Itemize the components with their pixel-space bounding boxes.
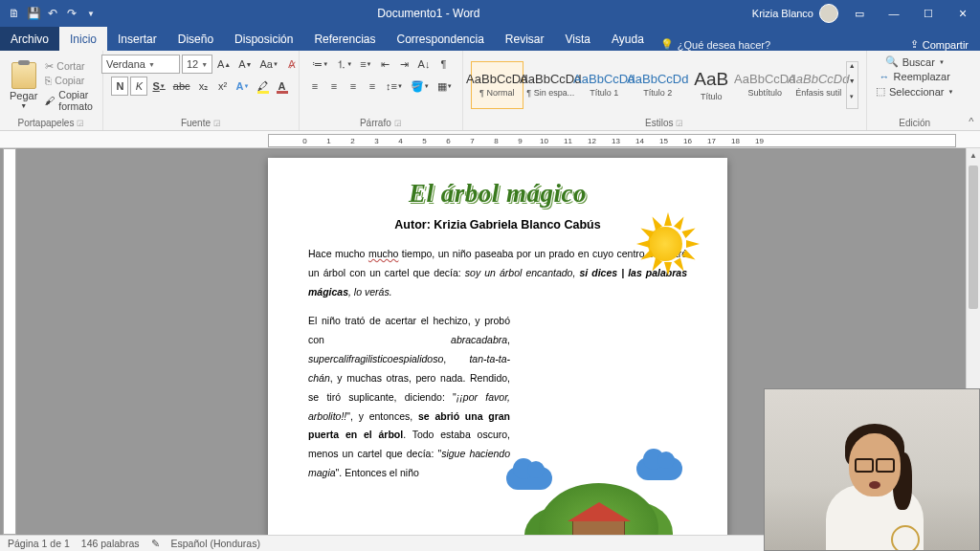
tab-references[interactable]: Referencias: [303, 27, 386, 51]
ribbon-options-icon[interactable]: ▭: [842, 0, 877, 27]
font-size-combo[interactable]: 12▼: [182, 55, 212, 74]
cut-button[interactable]: ✂Cortar: [43, 59, 95, 73]
bold-button[interactable]: N: [111, 77, 128, 96]
scrollbar-thumb[interactable]: [969, 165, 978, 309]
doc-author[interactable]: Autor: Krizia Gabriela Blanco Cabús: [308, 218, 687, 231]
ruler-vertical[interactable]: [3, 148, 16, 535]
page[interactable]: El árbol mágico Autor: Krizia Gabriela B…: [268, 158, 727, 535]
increase-indent-button[interactable]: ⇥: [396, 55, 413, 74]
paragraph-launcher-icon[interactable]: ◲: [394, 119, 402, 127]
ribbon-tabs: Archivo Inicio Insertar Diseño Disposici…: [0, 27, 980, 51]
group-editing: 🔍Buscar▼ ↔Reemplazar ⬚Seleccionar▼ Edici…: [867, 51, 963, 130]
save-icon[interactable]: 💾: [25, 5, 42, 22]
numbered-list-button[interactable]: ⒈▼: [333, 55, 355, 74]
window-buttons: ▭ — ☐ ×: [842, 0, 980, 27]
bullet-list-button[interactable]: ≔▼: [309, 55, 331, 74]
align-left-button[interactable]: ≡: [306, 77, 323, 96]
tab-insert[interactable]: Insertar: [107, 27, 167, 51]
font-family-combo[interactable]: Verdana▼: [101, 55, 180, 74]
chevron-down-icon: ▼: [148, 61, 155, 68]
format-painter-button[interactable]: 🖌Copiar formato: [43, 88, 95, 113]
tell-me[interactable]: 💡 ¿Qué desea hacer?: [660, 38, 770, 51]
styles-scroll[interactable]: ▲▼▾: [846, 61, 858, 109]
minimize-button[interactable]: —: [877, 0, 911, 27]
sun-graphic[interactable]: [632, 210, 699, 277]
italic-button[interactable]: K: [130, 77, 147, 96]
grow-font-button[interactable]: A▲: [214, 55, 234, 74]
tab-design[interactable]: Diseño: [167, 27, 224, 51]
maximize-button[interactable]: ☐: [911, 0, 946, 27]
undo-icon[interactable]: ↶: [44, 5, 61, 22]
tab-mailings[interactable]: Correspondencia: [386, 27, 494, 51]
user-account[interactable]: Krizia Blanco: [752, 4, 842, 23]
strikethrough-button[interactable]: abc: [170, 77, 193, 96]
style-no-spacing[interactable]: AaBbCcDd¶ Sin espa...: [524, 61, 577, 109]
style-normal[interactable]: AaBbCcDd¶ Normal: [471, 61, 523, 109]
editing-label: Edición: [899, 118, 930, 128]
multilevel-list-button[interactable]: ≡▼: [357, 55, 374, 74]
underline-button[interactable]: S▼: [149, 77, 167, 96]
sort-button[interactable]: A↓: [415, 55, 434, 74]
replace-label: Reemplazar: [894, 71, 950, 82]
page-indicator[interactable]: Página 1 de 1: [8, 538, 70, 549]
styles-gallery[interactable]: AaBbCcDd¶ Normal AaBbCcDd¶ Sin espa... A…: [469, 53, 860, 117]
show-marks-button[interactable]: ¶: [434, 55, 452, 74]
replace-button[interactable]: ↔Reemplazar: [878, 70, 952, 83]
select-button[interactable]: ⬚Seleccionar▼: [874, 84, 955, 99]
justify-button[interactable]: ≡: [364, 77, 381, 96]
font-launcher-icon[interactable]: ◲: [213, 119, 221, 127]
paragraph-1[interactable]: Hace mucho mucho tiempo, un niño paseaba…: [308, 245, 687, 302]
styles-launcher-icon[interactable]: ◲: [676, 119, 683, 127]
tree-illustration[interactable]: [510, 459, 687, 535]
tab-view[interactable]: Vista: [555, 27, 601, 51]
ruler-horizontal[interactable]: 012345678910111213141516171819: [268, 134, 956, 147]
tab-review[interactable]: Revisar: [495, 27, 555, 51]
subscript-button[interactable]: x₂: [195, 77, 212, 96]
style-heading2[interactable]: AaBbCcDdTítulo 2: [632, 61, 684, 109]
paste-button[interactable]: Pegar ▼: [6, 60, 41, 109]
doc-body[interactable]: Hace mucho mucho tiempo, un niño paseaba…: [308, 245, 687, 483]
redo-icon[interactable]: ↷: [63, 5, 80, 22]
style-subtitle[interactable]: AaBbCcDdSubtítulo: [739, 61, 791, 109]
find-button[interactable]: 🔍Buscar▼: [883, 55, 947, 69]
shrink-font-button[interactable]: A▼: [235, 55, 255, 74]
treehouse-icon: [572, 518, 625, 535]
scroll-up-icon[interactable]: ▲: [967, 148, 980, 163]
collapse-ribbon-button[interactable]: ^: [963, 51, 980, 130]
text-effects-button[interactable]: A▼: [234, 77, 253, 96]
clear-formatting-button[interactable]: A̷: [283, 55, 301, 74]
tab-help[interactable]: Ayuda: [601, 27, 655, 51]
copy-button[interactable]: ⎘Copiar: [43, 74, 95, 87]
style-emphasis[interactable]: AaBbCcDdÉnfasis sutil: [792, 61, 845, 109]
shading-button[interactable]: 🪣▼: [408, 77, 433, 96]
close-button[interactable]: ×: [946, 0, 980, 27]
tab-layout[interactable]: Disposición: [224, 27, 303, 51]
decrease-indent-button[interactable]: ⇤: [377, 55, 394, 74]
copy-icon: ⎘: [45, 75, 52, 86]
share-button[interactable]: ⇪ Compartir: [910, 38, 969, 51]
change-case-button[interactable]: Aa▼: [257, 55, 281, 74]
superscript-button[interactable]: x²: [214, 77, 232, 96]
style-title[interactable]: AaBTítulo: [685, 61, 738, 109]
align-center-button[interactable]: ≡: [325, 77, 343, 96]
brush-icon: 🖌: [45, 95, 56, 106]
language-indicator[interactable]: Español (Honduras): [171, 538, 260, 549]
format-painter-label: Copiar formato: [58, 89, 93, 112]
font-color-button[interactable]: A: [273, 77, 290, 96]
borders-button[interactable]: ▦▼: [434, 77, 456, 96]
line-spacing-button[interactable]: ↕≡▼: [383, 77, 406, 96]
doc-title[interactable]: El árbol mágico: [308, 179, 687, 209]
cut-icon: ✂: [45, 60, 54, 72]
tab-home[interactable]: Inicio: [59, 27, 107, 51]
tab-file[interactable]: Archivo: [0, 27, 59, 51]
qat-customize-icon[interactable]: ▼: [82, 5, 100, 22]
autosave-icon[interactable]: 🗎: [6, 5, 23, 22]
word-count[interactable]: 146 palabras: [81, 538, 140, 549]
paragraph-2[interactable]: El niño trató de acertar el hechizo, y p…: [308, 312, 687, 483]
spellcheck-mark[interactable]: mucho: [368, 248, 399, 259]
style-heading1[interactable]: AaBbCcDdTítulo 1: [578, 61, 631, 109]
highlight-button[interactable]: 🖍: [254, 77, 271, 96]
clipboard-launcher-icon[interactable]: ◲: [77, 119, 84, 127]
align-right-button[interactable]: ≡: [345, 77, 362, 96]
spellcheck-icon[interactable]: ✎: [151, 538, 160, 549]
